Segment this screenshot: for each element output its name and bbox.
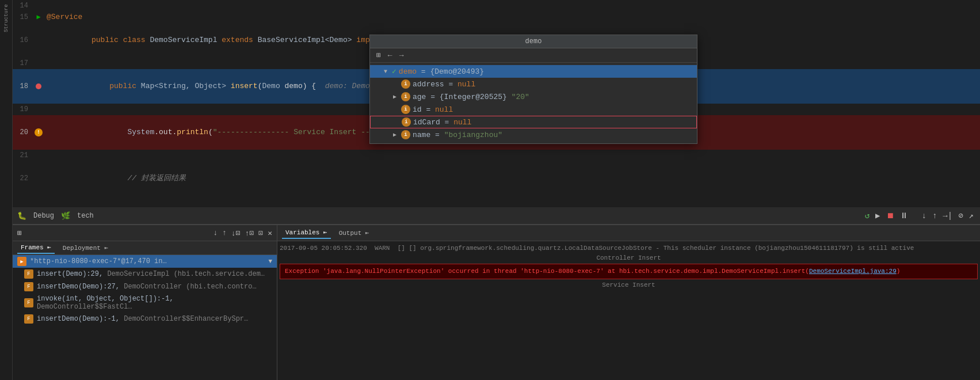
kw-extends: extends	[222, 36, 257, 44]
line-number-18: 18	[13, 81, 33, 92]
debug-btn-resume[interactable]: ▶	[874, 210, 882, 221]
error-link[interactable]: DemoServiceImpl.java:29	[809, 268, 897, 275]
str-20: "---------------- Service Insert ---…"	[213, 128, 383, 136]
frame-item-3[interactable]: F invoke(int, Object, Object[]):-1, Demo…	[13, 293, 277, 313]
code-line-23: 23 Map<String, Object> results = new Has…	[13, 196, 980, 207]
map-type: Map<String, Object>	[141, 82, 231, 90]
frames-btn-upmod[interactable]: ↑⊡	[245, 229, 254, 238]
tree-icon-age: i	[401, 92, 410, 101]
frame-item-0[interactable]: ▶ *http-nio-8080-exec-7*@17,470 in… ▼	[13, 255, 277, 268]
tree-row-address[interactable]: i address = null	[370, 78, 697, 90]
tree-icon-idc: i	[402, 117, 411, 127]
debug-tree: ▼ ✓ demo = {Demo@20493} i address = null	[370, 63, 697, 143]
param-demo: demo	[285, 82, 303, 90]
code-line-21: 21	[13, 150, 980, 161]
out-20: out	[159, 128, 172, 136]
line-content-15: @Service	[44, 12, 980, 23]
debug-panel: ⊞ ↓ ↑ ↓⊡ ↑⊡ ⊡ ✕ Frames ⇤ Deployment ⇤	[13, 225, 980, 380]
comment-22: // 封装返回结果	[127, 174, 185, 183]
tab-deployment[interactable]: Deployment ⇤	[59, 242, 112, 253]
toolbar-btn-back[interactable]: ←	[386, 51, 394, 60]
debug-btn-pause[interactable]: ⏸	[898, 211, 910, 221]
frames-btn-filter[interactable]: ⊡	[258, 229, 263, 238]
line-gutter-15: ▶	[33, 12, 44, 23]
tree-icon-name: i	[401, 130, 410, 139]
frame-item-4[interactable]: F insertDemo(Demo):-1, DemoController$$E…	[13, 313, 277, 325]
tree-row-name[interactable]: ▶ i name = "bojiangzhou"	[370, 128, 697, 141]
output-line-info-controller: Controller Insert	[280, 253, 978, 263]
demo-type: Demo	[262, 82, 284, 90]
tab-output[interactable]: Output ⇤	[335, 227, 373, 238]
code-line-22: 22 // 封装返回结果	[13, 161, 980, 196]
error-icon-20: !	[35, 128, 43, 136]
code-line-15: 15 ▶ @Service	[13, 12, 980, 23]
tech-icon: 🌿	[61, 211, 70, 221]
output-panel: Variables ⇤ Output ⇤ 2017-09-05 20:05:52…	[277, 225, 980, 380]
frame-icon-4: F	[24, 314, 33, 324]
frame-text-1: insert(Demo):29, DemoServiceImpl (hbi.te…	[37, 270, 265, 278]
sidebar-icon-structure[interactable]: Structure	[1, 13, 12, 24]
frames-btn-downmod[interactable]: ↓⊡	[231, 229, 241, 238]
tree-label-demo: demo = {Demo@20493}	[399, 67, 692, 76]
annotation-service: @Service	[47, 13, 82, 21]
frames-icon-grid[interactable]: ⊞	[17, 229, 22, 238]
frame-text-4: insertDemo(Demo):-1, DemoController$$Enh…	[37, 315, 248, 323]
tree-row-idcard[interactable]: i idCard = null	[370, 116, 697, 128]
line-number-20: 20	[13, 127, 33, 138]
frames-btn-close[interactable]: ✕	[268, 229, 272, 238]
debug-popup: demo ⊞ ← → ▼ ✓ demo = {Demo@20493}	[369, 35, 697, 144]
frame-expand-0[interactable]: ▼	[268, 258, 272, 265]
output-tabs: Variables ⇤ Output ⇤	[277, 225, 980, 241]
debug-popup-title: demo	[370, 35, 697, 48]
line-number-14: 14	[13, 0, 33, 12]
output-line-error: Exception 'java.lang.NullPointerExceptio…	[280, 264, 978, 279]
tree-icon-id: i	[401, 105, 410, 114]
frame-item-1[interactable]: F insert(Demo):29, DemoServiceImpl (hbi.…	[13, 268, 277, 280]
tree-toggle-name[interactable]: ▶	[393, 131, 401, 138]
kw-class: class	[123, 36, 150, 44]
tree-toggle-addr	[393, 81, 401, 88]
frame-icon-1: F	[24, 269, 33, 279]
frame-text-2: insertDemo(Demo):27, DemoController (hbi…	[37, 283, 257, 291]
frame-icon-2: F	[24, 282, 33, 291]
toolbar-btn-grid[interactable]: ⊞	[375, 50, 383, 60]
line-content-23: Map<String, Object> results = new HashMa…	[44, 196, 980, 207]
sysout-20: System	[127, 128, 154, 136]
main-area: Structure 14 15 ▶ @Service 16	[0, 0, 980, 380]
class-base: BaseServiceImpl<Demo>	[258, 36, 357, 44]
debug-tabs-bar: 🐛 Debug 🌿 tech ↺ ▶ ⏹ ⏸ ↓ ↑ →| ⊘ ↗	[13, 207, 980, 225]
class-demoimpl: DemoServiceImpl	[150, 36, 222, 44]
debug-btn-stop[interactable]: ⏹	[884, 211, 896, 221]
tab-frames[interactable]: Frames ⇤	[17, 242, 55, 254]
line-gutter-18	[33, 83, 44, 89]
tree-icon-addr: i	[401, 79, 410, 89]
tree-row-demo-root[interactable]: ▼ ✓ demo = {Demo@20493}	[370, 65, 697, 78]
debug-btn-restart[interactable]: ↺	[863, 210, 871, 221]
tech-label[interactable]: tech	[73, 210, 98, 222]
breakpoint-18[interactable]	[36, 83, 41, 89]
frame-item-2[interactable]: F insertDemo(Demo):27, DemoController (h…	[13, 280, 277, 293]
tree-row-id[interactable]: i id = null	[370, 103, 697, 116]
frames-btn-down[interactable]: ↓	[213, 229, 218, 237]
debug-label[interactable]: Debug	[29, 210, 59, 222]
debug-popup-toolbar: ⊞ ← →	[370, 48, 697, 63]
tree-row-age[interactable]: ▶ i age = {Integer@20525} "20"	[370, 90, 697, 103]
debug-btn-stepout[interactable]: →|	[941, 211, 954, 221]
debug-btn-eval[interactable]: ↗	[967, 210, 975, 221]
tree-checkmark-demo: ✓	[392, 67, 396, 76]
tree-toggle-age[interactable]: ▶	[393, 93, 401, 100]
toolbar-btn-fwd[interactable]: →	[398, 51, 406, 60]
debug-btn-stepover[interactable]: ↓	[920, 211, 928, 221]
code-area: 14 15 ▶ @Service 16 public class DemoSer…	[13, 0, 980, 207]
line-number-22: 22	[13, 173, 33, 184]
line-number-15: 15	[13, 12, 33, 23]
debug-btn-runtohere[interactable]: ⊘	[956, 210, 964, 221]
tree-toggle-id	[393, 107, 401, 113]
tab-variables[interactable]: Variables ⇤	[282, 227, 331, 239]
frames-btn-up[interactable]: ↑	[222, 229, 227, 237]
tree-toggle-demo[interactable]: ▼	[384, 69, 392, 75]
line-content-22: // 封装返回结果	[44, 161, 980, 196]
debug-btn-stepinto[interactable]: ↑	[931, 211, 939, 221]
output-line-warn: 2017-09-05 20:05:52.320 WARN [] [] org.s…	[280, 244, 978, 253]
frame-icon-3: F	[24, 298, 33, 307]
